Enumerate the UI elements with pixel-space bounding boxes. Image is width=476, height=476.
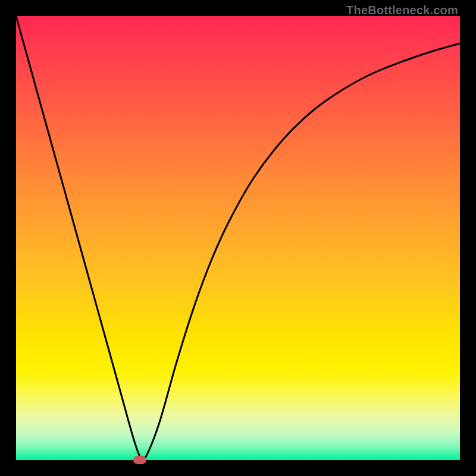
minimum-marker — [133, 456, 146, 464]
curve-svg — [16, 16, 460, 460]
curve-path — [16, 16, 460, 462]
chart-container: TheBottleneck.com — [0, 0, 476, 476]
watermark-text: TheBottleneck.com — [346, 4, 458, 17]
